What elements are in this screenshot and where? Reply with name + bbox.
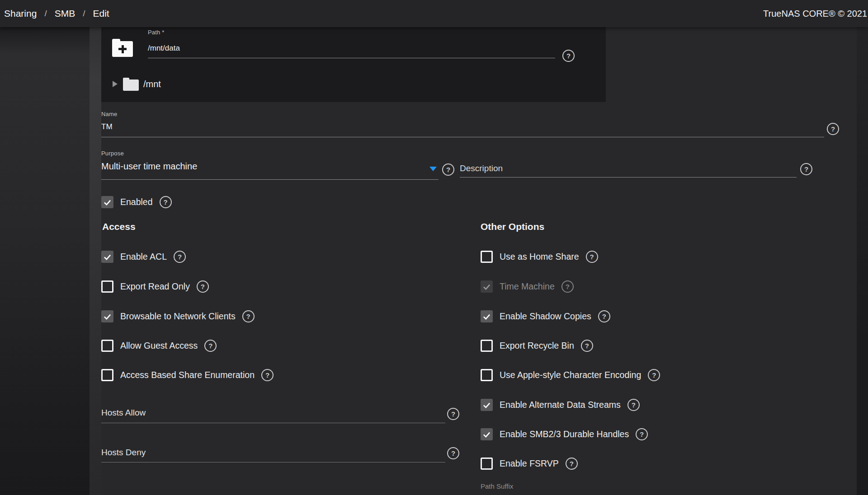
use-as-home-share-checkbox[interactable] bbox=[481, 251, 493, 263]
breadcrumb-separator: / bbox=[44, 9, 47, 19]
time-machine-checkbox bbox=[481, 280, 493, 293]
enable-acl-help-icon[interactable]: ? bbox=[174, 251, 186, 263]
use-as-home-share-help-icon[interactable]: ? bbox=[586, 251, 598, 263]
option-row-access-based-share-enumeration: Access Based Share Enumeration ? bbox=[101, 369, 274, 381]
browsable-to-network-clients-checkbox[interactable] bbox=[101, 310, 113, 322]
name-help-icon[interactable]: ? bbox=[827, 123, 839, 135]
option-row-enabled: Enabled ? bbox=[101, 196, 172, 208]
hosts-deny-label[interactable]: Hosts Deny bbox=[101, 448, 146, 458]
allow-guest-access-help-icon[interactable]: ? bbox=[204, 340, 217, 352]
enable-fsrvp-help-icon[interactable]: ? bbox=[566, 458, 578, 470]
enable-alternate-data-streams-checkbox[interactable] bbox=[481, 399, 493, 411]
option-row-enable-smb2-3-durable-handles: Enable SMB2/3 Durable Handles ? bbox=[481, 428, 648, 440]
enable-shadow-copies-checkbox[interactable] bbox=[481, 310, 493, 322]
right-edge-strip bbox=[857, 27, 868, 495]
breadcrumb-sharing[interactable]: Sharing bbox=[4, 8, 37, 19]
tree-expand-icon[interactable] bbox=[113, 81, 118, 87]
name-label: Name bbox=[101, 111, 117, 117]
allow-guest-access-label: Allow Guest Access bbox=[120, 341, 198, 351]
enabled-label: Enabled bbox=[120, 197, 153, 207]
enable-smb2-3-durable-handles-label: Enable SMB2/3 Durable Handles bbox=[500, 429, 629, 439]
hosts-deny-help-icon[interactable]: ? bbox=[447, 447, 459, 459]
path-input[interactable]: /mnt/data bbox=[148, 44, 180, 53]
export-read-only-checkbox[interactable] bbox=[101, 280, 113, 293]
export-read-only-help-icon[interactable]: ? bbox=[197, 280, 209, 293]
description-input[interactable]: Description bbox=[460, 163, 503, 173]
option-row-enable-acl: Enable ACL ? bbox=[101, 251, 186, 263]
brand-text: TrueNAS CORE® © 2021 bbox=[763, 0, 867, 27]
access-section-title: Access bbox=[102, 221, 136, 232]
breadcrumb-edit: Edit bbox=[93, 8, 109, 19]
option-row-use-as-home-share: Use as Home Share ? bbox=[481, 251, 598, 263]
path-underline bbox=[148, 58, 555, 58]
hosts-deny-underline bbox=[101, 462, 445, 462]
purpose-label: Purpose bbox=[101, 150, 124, 157]
hosts-allow-label[interactable]: Hosts Allow bbox=[101, 408, 146, 418]
left-gutter bbox=[0, 27, 90, 495]
purpose-underline bbox=[101, 179, 439, 180]
enable-shadow-copies-label: Enable Shadow Copies bbox=[500, 311, 591, 322]
time-machine-label: Time Machine bbox=[500, 281, 555, 292]
export-recycle-bin-label: Export Recycle Bin bbox=[500, 341, 574, 351]
option-row-export-read-only: Export Read Only ? bbox=[101, 280, 209, 293]
folder-icon[interactable] bbox=[123, 78, 139, 91]
enable-acl-label: Enable ACL bbox=[120, 252, 167, 262]
enable-fsrvp-label: Enable FSRVP bbox=[500, 458, 559, 469]
option-row-enable-alternate-data-streams: Enable Alternate Data Streams ? bbox=[481, 399, 640, 411]
option-row-enable-shadow-copies: Enable Shadow Copies ? bbox=[481, 310, 610, 322]
use-apple-style-character-encoding-help-icon[interactable]: ? bbox=[648, 369, 660, 381]
dropdown-arrow-icon[interactable] bbox=[429, 167, 437, 171]
enable-smb2-3-durable-handles-help-icon[interactable]: ? bbox=[636, 428, 648, 440]
enable-acl-checkbox[interactable] bbox=[101, 251, 113, 263]
top-bar: Sharing / SMB / Edit TrueNAS CORE® © 202… bbox=[0, 0, 868, 27]
tree-node-mnt[interactable]: /mnt bbox=[143, 79, 161, 89]
hosts-allow-help-icon[interactable]: ? bbox=[447, 408, 459, 420]
breadcrumb-separator: / bbox=[83, 9, 85, 19]
option-row-time-machine: Time Machine ? bbox=[481, 280, 574, 293]
allow-guest-access-checkbox[interactable] bbox=[101, 340, 113, 352]
option-row-allow-guest-access: Allow Guest Access ? bbox=[101, 340, 217, 352]
enable-fsrvp-checkbox[interactable] bbox=[481, 458, 493, 470]
use-as-home-share-label: Use as Home Share bbox=[500, 252, 579, 262]
create-new-folder-icon[interactable] bbox=[112, 39, 133, 57]
breadcrumb: Sharing / SMB / Edit bbox=[0, 8, 109, 19]
left-edge-strip bbox=[90, 27, 101, 495]
purpose-help-icon[interactable]: ? bbox=[442, 163, 454, 176]
name-input[interactable]: TM bbox=[101, 122, 113, 131]
path-label: Path * bbox=[148, 29, 165, 36]
enabled-help-icon[interactable]: ? bbox=[160, 196, 172, 208]
enable-alternate-data-streams-label: Enable Alternate Data Streams bbox=[500, 400, 621, 410]
option-row-enable-fsrvp: Enable FSRVP ? bbox=[481, 458, 578, 470]
name-underline bbox=[101, 137, 824, 137]
enable-shadow-copies-help-icon[interactable]: ? bbox=[598, 310, 610, 322]
access-based-share-enumeration-help-icon[interactable]: ? bbox=[261, 369, 274, 381]
option-row-use-apple-style-character-encoding: Use Apple-style Character Encoding ? bbox=[481, 369, 660, 381]
option-row-browsable-to-network-clients: Browsable to Network Clients ? bbox=[101, 310, 255, 322]
enable-alternate-data-streams-help-icon[interactable]: ? bbox=[627, 399, 640, 411]
option-row-export-recycle-bin: Export Recycle Bin ? bbox=[481, 340, 593, 352]
other-options-section-title: Other Options bbox=[481, 221, 544, 232]
export-recycle-bin-checkbox[interactable] bbox=[481, 340, 493, 352]
access-based-share-enumeration-label: Access Based Share Enumeration bbox=[120, 370, 255, 380]
description-underline bbox=[460, 177, 797, 177]
purpose-select[interactable]: Multi-user time machine bbox=[101, 161, 197, 172]
use-apple-style-character-encoding-label: Use Apple-style Character Encoding bbox=[500, 370, 641, 380]
browsable-to-network-clients-label: Browsable to Network Clients bbox=[120, 311, 236, 322]
export-read-only-label: Export Read Only bbox=[120, 281, 190, 292]
time-machine-help-icon[interactable]: ? bbox=[561, 280, 574, 293]
browsable-to-network-clients-help-icon[interactable]: ? bbox=[242, 310, 255, 322]
enable-smb2-3-durable-handles-checkbox[interactable] bbox=[481, 428, 493, 440]
path-help-icon[interactable]: ? bbox=[562, 50, 575, 62]
path-explorer-panel: Path * /mnt/data ? /mnt bbox=[101, 27, 606, 102]
enabled-checkbox[interactable] bbox=[101, 196, 113, 208]
path-suffix-label: Path Suffix bbox=[481, 482, 513, 490]
hosts-allow-underline bbox=[101, 423, 445, 423]
use-apple-style-character-encoding-checkbox[interactable] bbox=[481, 369, 493, 381]
description-help-icon[interactable]: ? bbox=[800, 163, 812, 175]
breadcrumb-smb[interactable]: SMB bbox=[55, 8, 75, 19]
smb-form-card: Path * /mnt/data ? /mnt Name TM ? Purpos… bbox=[101, 27, 857, 495]
export-recycle-bin-help-icon[interactable]: ? bbox=[581, 340, 593, 352]
access-based-share-enumeration-checkbox[interactable] bbox=[101, 369, 113, 381]
truenas-smb-edit-page: Sharing / SMB / Edit TrueNAS CORE® © 202… bbox=[0, 0, 868, 495]
